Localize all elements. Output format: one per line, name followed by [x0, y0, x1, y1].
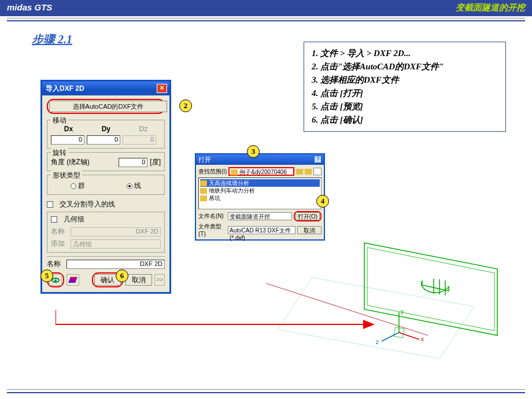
instr-3: 选择相应的DXF文件: [320, 75, 500, 86]
lookin-label: 查找范围(I): [198, 168, 227, 176]
step-num: 2.1: [58, 33, 72, 46]
folder-icon: [200, 180, 207, 186]
file-list[interactable]: 无高连续墙分析 地铁列车动力分析 基坑: [198, 178, 322, 209]
import-dxf-dialog: 导入DXF 2D × 选择AutoCAD的DXF文件 移动 Dx Dy Dz 0…: [40, 80, 171, 294]
filename-label: 文件名(N): [198, 212, 226, 220]
move-group: 移动 Dx Dy Dz 0 0 0: [47, 120, 165, 149]
instr-2: 点击"选择AutoCAD的DXF文件": [320, 61, 500, 72]
dy-input[interactable]: 0: [87, 135, 120, 145]
open-titlebar: 打开 ?: [196, 154, 324, 165]
name2-label: 名称: [47, 259, 64, 269]
up-icon[interactable]: [296, 169, 303, 175]
dialog-titlebar: 导入DXF 2D ×: [42, 82, 169, 95]
more-button[interactable]: >>: [154, 274, 165, 286]
add-input-disabled: 几何组: [71, 239, 161, 249]
radio-group[interactable]: 群: [71, 181, 85, 191]
rot-input[interactable]: 0: [119, 158, 147, 167]
dialog-toolbar: 确认 取消 >>: [47, 272, 165, 287]
folder-icon: [200, 195, 207, 201]
cross-check[interactable]: [47, 201, 53, 208]
name-input-disabled: DXF 2D: [71, 227, 161, 237]
svg-line-3: [439, 306, 474, 359]
radio-line[interactable]: 线: [127, 181, 141, 191]
select-dxf-button[interactable]: 选择AutoCAD的DXF文件: [49, 101, 167, 112]
hr-thin: [7, 18, 525, 19]
dialog-body: 选择AutoCAD的DXF文件 移动 Dx Dy Dz 0 0 0 旋转 角度 …: [42, 95, 169, 292]
callout-5: 5: [40, 269, 53, 282]
hr-thick: [7, 20, 525, 21]
open-button[interactable]: 打开(O): [295, 212, 320, 220]
cross-label: 交叉分割导入的线: [60, 200, 115, 209]
rot-label: 角度 (绕Z轴): [51, 157, 90, 167]
lookin-combo[interactable]: 例子&dy20070406: [228, 167, 294, 176]
step-heading: 步骤 2.1: [32, 32, 72, 47]
geom-label: 几何组: [64, 215, 84, 224]
cancel-button[interactable]: 取消: [125, 274, 152, 286]
footer-thick: [7, 392, 525, 393]
shape-group: 形状类型 群 线: [47, 175, 165, 195]
dy-label: Dy: [102, 125, 110, 133]
svg-line-0: [278, 330, 439, 359]
geom-group: 几何组 名称 DXF 2D 添加 几何组: [47, 212, 165, 253]
callout-4: 4: [316, 195, 329, 208]
dz-label: Dz: [139, 125, 148, 133]
new-folder-icon[interactable]: [305, 169, 312, 175]
filename-input[interactable]: 变截面隧道开挖: [228, 212, 292, 220]
add-label: 添加: [51, 239, 68, 249]
list-item[interactable]: 基坑: [200, 194, 320, 202]
move-group-title: 移动: [51, 116, 68, 125]
svg-line-4: [266, 283, 428, 335]
page-header: midas GTS 变截面隧道的开挖: [0, 0, 532, 16]
erase-icon[interactable]: [66, 274, 79, 286]
footer-thin: [7, 389, 525, 390]
rotate-group: 旋转 角度 (绕Z轴) 0 [度]: [47, 152, 165, 171]
model-preview: y x z: [266, 226, 509, 359]
svg-line-10: [399, 332, 419, 339]
svg-line-1: [312, 278, 474, 306]
instr-5: 点击 [预览]: [320, 101, 500, 112]
dialog-title: 导入DXF 2D: [46, 84, 84, 95]
svg-text:x: x: [421, 336, 424, 342]
name-label: 名称: [51, 227, 68, 237]
rotate-group-title: 旋转: [51, 148, 68, 158]
instr-1: 文件 > 导入 > DXF 2D...: [320, 48, 500, 59]
geom-check[interactable]: [51, 216, 57, 223]
callout-6: 6: [116, 269, 128, 282]
name2-input[interactable]: DXF 2D: [66, 260, 165, 269]
svg-text:z: z: [376, 339, 379, 345]
svg-text:y: y: [401, 308, 404, 315]
instruction-box: 文件 > 导入 > DXF 2D... 点击"选择AutoCAD的DXF文件" …: [304, 42, 506, 132]
dz-input: 0: [123, 135, 156, 145]
list-item[interactable]: 无高连续墙分析: [200, 179, 320, 187]
callout-2: 2: [179, 99, 192, 112]
open-title: 打开: [198, 156, 211, 164]
close-icon[interactable]: ×: [157, 84, 167, 93]
help-icon[interactable]: ?: [314, 156, 322, 163]
app-name: midas GTS: [7, 2, 52, 16]
folder-icon: [200, 188, 207, 194]
dx-label: Dx: [64, 125, 73, 133]
divider: [47, 256, 165, 257]
folder-icon: [231, 169, 238, 175]
step-pre: 步骤: [32, 33, 58, 46]
svg-line-2: [278, 278, 312, 330]
list-item[interactable]: 地铁列车动力分析: [200, 187, 320, 194]
instr-6: 点击 [确认]: [320, 114, 500, 125]
doc-title: 变截面隧道的开挖: [456, 2, 525, 16]
filetype-label: 文件类型(T): [198, 223, 226, 237]
callout-3: 3: [247, 145, 260, 158]
instr-4: 点击 [打开]: [320, 88, 500, 99]
dx-input[interactable]: 0: [51, 135, 84, 145]
rot-unit: [度]: [150, 157, 161, 167]
view-icon[interactable]: [313, 168, 322, 175]
shape-group-title: 形状类型: [51, 171, 82, 180]
